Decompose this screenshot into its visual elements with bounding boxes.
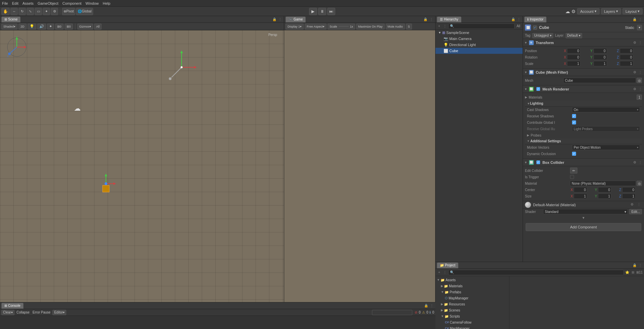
collider-material-select[interactable]: ◎ <box>637 181 642 186</box>
custom-tool[interactable]: ⚙ <box>51 8 58 15</box>
transform-settings-icon[interactable]: ⚙ <box>632 40 637 45</box>
move-tool[interactable]: ↔ <box>10 8 18 15</box>
add-component-btn[interactable]: Add Component <box>526 223 641 231</box>
edit-collider-btn[interactable]: ✏ <box>570 168 577 174</box>
maximize-btn[interactable]: Maximize On Play <box>356 24 385 30</box>
fx-btn[interactable]: ✦ <box>47 24 54 30</box>
add-obj-btn[interactable]: + <box>437 24 442 29</box>
console-more-btn[interactable]: ⋮ <box>429 303 434 308</box>
mesh-renderer-active[interactable]: ✓ <box>536 87 540 91</box>
size-x-input[interactable]: 1 <box>574 193 587 199</box>
layer-dropdown[interactable]: Default ▾ <box>566 33 582 38</box>
center-z-input[interactable]: 0 <box>622 187 636 192</box>
shader-edit-btn[interactable]: Edit... <box>629 209 642 214</box>
layers-btn[interactable]: Layers ▾ <box>601 8 621 14</box>
project-assets[interactable]: ▼ 📁 Assets <box>435 277 509 283</box>
mesh-renderer-header[interactable]: ▼ ⬜ ✓ Mesh Renderer ⚙ ⋮ <box>523 85 644 93</box>
box-collider-more-icon[interactable]: ⋮ <box>638 160 643 165</box>
center-y-input[interactable]: 0 <box>598 187 611 192</box>
rotate-tool[interactable]: ↻ <box>18 8 26 15</box>
shader-dropdown[interactable]: Standard ▾ <box>543 209 628 214</box>
project-fav-btn[interactable]: ⭐ <box>625 270 630 275</box>
audio-btn[interactable]: 🔊 <box>37 24 46 30</box>
menu-assets[interactable]: Assets <box>23 1 34 5</box>
lights-btn[interactable]: 💡 <box>28 24 36 30</box>
collapse-btn[interactable]: Collapse <box>15 310 31 315</box>
project-scenes[interactable]: ▶ 📁 Scenes <box>435 307 509 313</box>
box-collider-header[interactable]: ▼ ⬜ ✓ Box Collider ⚙ ⋮ <box>523 159 644 166</box>
hierarchy-item-samplescene[interactable]: ▼ ⊞ SampleScene <box>435 30 523 36</box>
inspector-more-btn[interactable]: ⋮ <box>638 17 643 22</box>
hierarchy-more-btn[interactable]: ⋮ <box>517 17 521 22</box>
scale-y-input[interactable]: 1 <box>594 61 607 66</box>
project-camerafollow[interactable]: C# CameraFollow <box>435 319 509 325</box>
menu-help[interactable]: Help <box>103 1 110 5</box>
menu-component[interactable]: Component <box>62 1 81 5</box>
step-btn[interactable]: ⏭ <box>327 8 335 15</box>
receive-shadows-checkbox[interactable]: ✓ <box>572 114 576 118</box>
hierarchy-lock-btn[interactable]: 🔒 <box>511 17 516 22</box>
project-lock-btn[interactable]: 🔒 <box>632 263 637 268</box>
account-btn[interactable]: Account ▾ <box>577 8 600 14</box>
pause-btn[interactable]: ⏸ <box>318 8 326 15</box>
rot-y-input[interactable]: 0 <box>594 54 607 60</box>
static-dropdown[interactable]: ▾ <box>637 25 642 30</box>
project-materials[interactable]: ▶ 📁 Materials <box>435 283 509 289</box>
cast-shadows-dropdown[interactable]: On ▾ <box>572 107 640 112</box>
hand-tool[interactable]: ✋ <box>1 8 10 15</box>
2d-btn[interactable]: 2D <box>18 24 27 30</box>
tag-dropdown[interactable]: Untagged ▾ <box>532 33 553 38</box>
error-pause-btn[interactable]: Error Pause <box>32 310 51 315</box>
project-add-btn[interactable]: + <box>437 270 442 275</box>
size-y-input[interactable]: 1 <box>598 193 611 199</box>
mesh-renderer-settings-icon[interactable]: ⚙ <box>632 87 637 92</box>
mesh-filter-more-icon[interactable]: ⋮ <box>638 70 643 75</box>
dynamic-occlusion-checkbox[interactable]: ✓ <box>572 152 576 156</box>
rot-z-input[interactable]: 0 <box>620 54 633 60</box>
pivot-btn[interactable]: ⊕ Pivot <box>62 8 75 15</box>
hierarchy-item-maincamera[interactable]: 📷 Main Camera <box>435 36 523 42</box>
mesh-select-btn[interactable]: ◎ <box>637 78 642 83</box>
menu-file[interactable]: File <box>2 1 8 5</box>
inspector-tab[interactable]: ℹ Inspector <box>524 16 546 23</box>
hierarchy-search[interactable]: 🔍 <box>448 24 515 29</box>
transform-more-icon[interactable]: ⋮ <box>638 40 643 45</box>
hierarchy-settings-btn[interactable]: ⋮ <box>443 24 447 29</box>
scene-viewport[interactable]: Y X Z Persp <box>0 30 284 302</box>
center-x-input[interactable]: 0 <box>574 187 587 192</box>
display-btn[interactable]: Display 1 ▾ <box>286 24 304 30</box>
project-settings-btn[interactable]: ⋮ <box>443 270 447 275</box>
scale-btn[interactable]: Scale 1x <box>328 24 355 30</box>
hierarchy-item-cube[interactable]: ⬜ Cube <box>435 48 523 54</box>
scene-layers-btn[interactable]: ⊞0 <box>55 24 64 30</box>
transform-header[interactable]: ▼ ⊞ Transform ⚙ ⋮ <box>523 39 644 46</box>
rect-tool[interactable]: ▭ <box>35 8 42 15</box>
project-view-btn[interactable]: ⊞ <box>631 270 635 275</box>
mesh-renderer-more-icon[interactable]: ⋮ <box>638 87 643 92</box>
scene-cube-object[interactable] <box>96 174 116 194</box>
project-mapmanager-prefab[interactable]: ⬡ MapManager <box>435 295 509 301</box>
rot-x-input[interactable]: 0 <box>567 54 580 60</box>
game-lock-btn[interactable]: 🔒 <box>423 17 428 22</box>
mesh-filter-settings-icon[interactable]: ⚙ <box>632 70 637 75</box>
material-more-icon[interactable]: ⋮ <box>637 203 642 207</box>
menu-edit[interactable]: Edit <box>12 1 18 5</box>
game-more-btn[interactable]: ⋮ <box>429 17 434 22</box>
materials-expand[interactable]: ▶ <box>525 96 527 99</box>
receive-gi-dropdown[interactable]: Light Probes ▾ <box>572 126 640 132</box>
console-lock-btn[interactable]: 🔒 <box>424 303 428 308</box>
menu-window[interactable]: Window <box>85 1 99 5</box>
project-search[interactable]: 🔍 <box>448 270 624 275</box>
transform-tool[interactable]: ✦ <box>43 8 50 15</box>
hierarchy-all-label[interactable]: All <box>516 24 521 28</box>
clear-btn[interactable]: Clear ▾ <box>1 310 14 315</box>
game-viewport[interactable] <box>284 30 435 302</box>
scene-more-btn[interactable]: ⋮ <box>278 17 282 22</box>
obj-active-checkbox[interactable]: ✓ <box>533 26 537 30</box>
inspector-lock-btn[interactable]: 🔒 <box>632 17 637 22</box>
project-prefabs[interactable]: ▼ 📁 Prefabs <box>435 289 509 295</box>
project-more-btn[interactable]: ⋮ <box>638 263 643 268</box>
scale-x-input[interactable]: 1 <box>567 61 580 66</box>
console-tab[interactable]: ⊞ Console <box>1 303 24 309</box>
material-settings-icon[interactable]: ⚙ <box>631 203 635 207</box>
